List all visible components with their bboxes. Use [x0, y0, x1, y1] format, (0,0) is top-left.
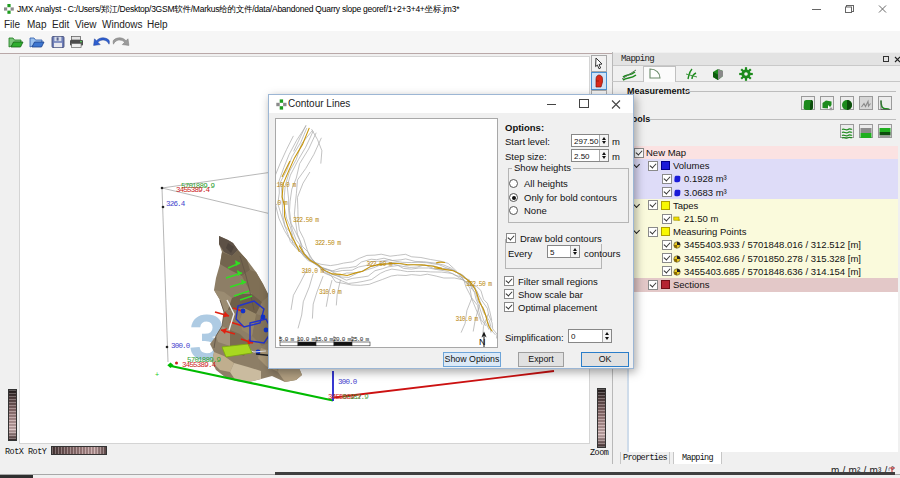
svg-text:310.0 m: 310.0 m — [302, 268, 325, 275]
svg-text:3455389.4: 3455389.4 — [182, 361, 217, 369]
svg-text:20.0 m: 20.0 m — [333, 336, 352, 343]
svg-text:5.0 m: 5.0 m — [279, 336, 295, 343]
svg-text:300.0: 300.0 — [338, 378, 358, 386]
svg-text:10.0 m: 10.0 m — [277, 182, 297, 189]
svg-text:10.0 m: 10.0 m — [297, 336, 316, 343]
svg-text:310.0 m: 310.0 m — [456, 316, 479, 323]
svg-text:322.50 m: 322.50 m — [466, 281, 492, 288]
svg-text:322.50 m: 322.50 m — [293, 217, 319, 224]
svg-text:20.0 m: 20.0 m — [276, 200, 288, 207]
svg-text:N: N — [479, 337, 486, 347]
svg-text:300.0: 300.0 — [171, 342, 191, 350]
svg-text:322.50 m: 322.50 m — [367, 261, 393, 268]
svg-text:15.0 m: 15.0 m — [315, 336, 334, 343]
svg-text:25.0 m: 25.0 m — [351, 336, 370, 343]
svg-text:+: + — [155, 371, 159, 378]
svg-text:326.4: 326.4 — [166, 200, 186, 208]
svg-text:0+182.9: 0+182.9 — [342, 393, 368, 401]
svg-text:322.50 m: 322.50 m — [315, 240, 341, 247]
svg-text:3455389.4: 3455389.4 — [176, 186, 211, 194]
svg-text:310.0 m: 310.0 m — [319, 289, 342, 296]
